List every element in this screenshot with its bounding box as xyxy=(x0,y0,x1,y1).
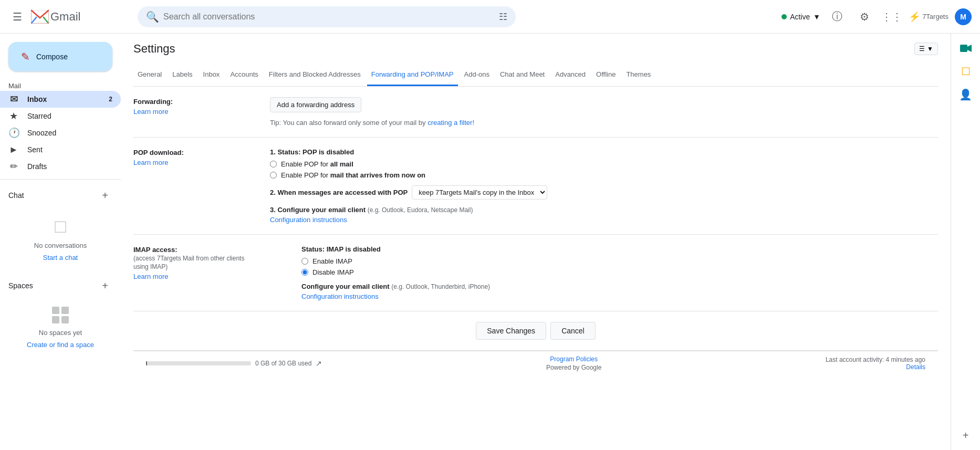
settings-wrap: Settings ☰ ▼ General Labels Inbox Accoun… xyxy=(121,34,951,384)
right-icon-expand[interactable]: + xyxy=(955,425,976,446)
forwarding-learn-more[interactable]: Learn more xyxy=(133,108,259,116)
pop-radio-group: Enable POP for all mail Enable POP for m… xyxy=(270,160,938,179)
imap-enable-label: Enable IMAP xyxy=(312,257,352,265)
tab-labels[interactable]: Labels xyxy=(168,64,196,86)
action-row: Save Changes Cancel xyxy=(133,311,938,351)
search-input[interactable] xyxy=(163,12,495,22)
start-chat-link[interactable]: Start a chat xyxy=(43,254,78,261)
help-icon[interactable]: ⓘ xyxy=(827,6,848,27)
pop-radio-now[interactable] xyxy=(270,172,277,179)
imap-config-link[interactable]: Configuration instructions xyxy=(301,292,938,300)
pop-row3-label: 3. Configure your email client xyxy=(270,206,366,214)
imap-config-label: Configure your email client xyxy=(301,282,390,290)
no-spaces-label: No spaces yet xyxy=(39,329,82,337)
pop-row3-detail: (e.g. Outlook, Eudora, Netscape Mail) xyxy=(368,206,473,214)
right-icon-google-meet[interactable] xyxy=(955,38,976,59)
add-spaces-button[interactable]: + xyxy=(98,278,112,293)
cancel-button[interactable]: Cancel xyxy=(550,322,596,340)
pop-learn-more[interactable]: Learn more xyxy=(133,159,259,166)
pop-option-all[interactable]: Enable POP for all mail xyxy=(270,160,938,168)
svg-marker-11 xyxy=(967,45,972,52)
imap-learn-more[interactable]: Learn more xyxy=(133,273,291,280)
settings-icon[interactable]: ⚙ xyxy=(854,6,875,27)
imap-radio-disable[interactable] xyxy=(301,269,308,276)
pop-option-now-label: Enable POP for mail that arrives from no… xyxy=(281,171,425,179)
right-icon-tasks[interactable]: ☐ xyxy=(955,61,976,82)
active-status[interactable]: Active ▼ xyxy=(781,13,820,21)
storage-bar xyxy=(146,361,251,365)
search-icon: 🔍 xyxy=(146,11,159,23)
sidebar-drafts-label: Drafts xyxy=(27,162,112,171)
tab-general[interactable]: General xyxy=(133,64,166,86)
imap-config-section: Configure your email client (e.g. Outloo… xyxy=(301,282,938,290)
program-policies[interactable]: Program Policies xyxy=(550,355,598,363)
save-button[interactable]: Save Changes xyxy=(476,322,546,340)
compose-icon: ✎ xyxy=(21,50,30,63)
inbox-count: 2 xyxy=(109,96,112,103)
forwarding-tip-text: Tip: You can also forward only some of y… xyxy=(270,119,426,127)
active-chevron-icon: ▼ xyxy=(813,13,820,21)
imap-option-enable[interactable]: Enable IMAP xyxy=(301,257,938,265)
tab-addons[interactable]: Add-ons xyxy=(460,64,494,86)
mail-label: Mail xyxy=(0,80,121,91)
brand-7-icon: ⚡ xyxy=(909,11,920,23)
tab-accounts[interactable]: Accounts xyxy=(226,64,262,86)
imap-section: IMAP access: (access 7Targets Mail from … xyxy=(133,235,938,311)
imap-content: Status: IMAP is disabled Enable IMAP Dis… xyxy=(301,245,938,300)
create-space-link[interactable]: Create or find a space xyxy=(27,341,94,349)
imap-option-disable[interactable]: Disable IMAP xyxy=(301,268,938,276)
compose-button[interactable]: ✎ Compose xyxy=(8,42,112,71)
tab-filters[interactable]: Filters and Blocked Addresses xyxy=(265,64,365,86)
density-button[interactable]: ☰ ▼ xyxy=(914,43,938,55)
spaces-header: Spaces + xyxy=(8,278,112,293)
add-chat-button[interactable]: + xyxy=(98,188,112,203)
svg-rect-8 xyxy=(52,316,59,323)
tab-forwarding[interactable]: Forwarding and POP/IMAP xyxy=(367,64,458,86)
sidebar-sent-label: Sent xyxy=(27,145,112,154)
hamburger-icon[interactable]: ☰ xyxy=(8,6,26,27)
search-options-icon[interactable]: ☷ xyxy=(499,11,507,23)
imap-status: Status: IMAP is disabled xyxy=(301,245,938,253)
forwarding-tip: Tip: You can also forward only some of y… xyxy=(270,119,938,127)
settings-content: Forwarding: Learn more Add a forwarding … xyxy=(133,87,938,351)
right-icon-contacts[interactable]: 👤 xyxy=(955,84,976,105)
sidebar-item-snoozed[interactable]: 🕐 Snoozed xyxy=(0,124,121,141)
details-link[interactable]: Details xyxy=(826,363,925,371)
add-forwarding-button[interactable]: Add a forwarding address xyxy=(270,97,361,112)
tab-chat[interactable]: Chat and Meet xyxy=(496,64,549,86)
pop-option-now[interactable]: Enable POP for mail that arrives from no… xyxy=(270,171,938,179)
tab-themes[interactable]: Themes xyxy=(622,64,655,86)
chat-section: Chat + □ No conversations Start a chat xyxy=(0,184,121,274)
imap-radio-enable[interactable] xyxy=(301,258,308,265)
creating-filter-link[interactable]: creating a filter! xyxy=(428,119,474,127)
pop-config-link[interactable]: Configuration instructions xyxy=(270,216,938,224)
tab-offline[interactable]: Offline xyxy=(592,64,620,86)
footer-right: Last account activity: 4 minutes ago Det… xyxy=(826,356,925,371)
forwarding-section: Forwarding: Learn more Add a forwarding … xyxy=(133,87,938,138)
active-dot xyxy=(781,14,787,19)
pop-title: POP download: xyxy=(133,149,184,156)
chat-header: Chat + xyxy=(8,188,112,203)
sent-icon: ► xyxy=(8,144,19,155)
sidebar-item-drafts[interactable]: ✏ Drafts xyxy=(0,158,121,175)
open-storage-icon[interactable]: ↗ xyxy=(316,359,322,368)
pop-action-select[interactable]: keep 7Targets Mail's copy in the Inbox a… xyxy=(412,185,547,200)
app-grid-icon[interactable]: ⋮⋮ xyxy=(881,6,902,27)
sidebar-item-inbox[interactable]: ✉ Inbox 2 xyxy=(0,91,121,108)
tab-advanced[interactable]: Advanced xyxy=(551,64,590,86)
sidebar-item-sent[interactable]: ► Sent xyxy=(0,141,121,158)
gmail-m-icon xyxy=(30,7,49,26)
settings-title-text: Settings xyxy=(133,42,175,56)
settings-tabs: General Labels Inbox Accounts Filters an… xyxy=(133,64,938,87)
brand-logo: ⚡ 7Targets xyxy=(909,11,948,23)
content-area: Settings ☰ ▼ General Labels Inbox Accoun… xyxy=(121,34,951,450)
sidebar: ✎ Compose Mail ✉ Inbox 2 ★ Starred 🕐 Sno… xyxy=(0,34,121,450)
search-input-wrap[interactable]: 🔍 ☷ xyxy=(138,6,516,27)
tab-inbox[interactable]: Inbox xyxy=(199,64,224,86)
forwarding-title: Forwarding: xyxy=(133,98,173,106)
pop-radio-all[interactable] xyxy=(270,161,277,168)
starred-icon: ★ xyxy=(8,110,19,122)
meet-icon xyxy=(960,42,972,55)
sidebar-item-starred[interactable]: ★ Starred xyxy=(0,108,121,124)
avatar[interactable]: M xyxy=(955,8,972,25)
